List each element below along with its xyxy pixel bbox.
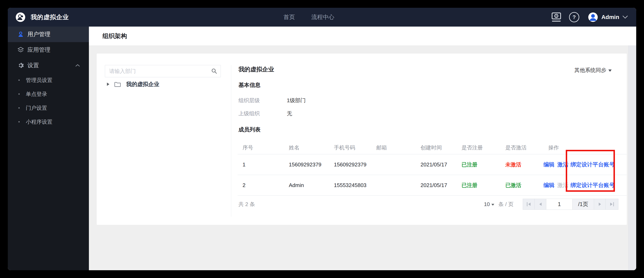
col-header: 手机号码: [329, 144, 371, 151]
table-row: 2 Admin 15553245803 2021/05/17 已注册 已激活 编…: [238, 175, 627, 196]
table-footer: 共 2 条 10 条 / 页 /1页: [238, 199, 618, 210]
tree-node-label: 我的虚拟企业: [126, 81, 159, 88]
basic-info-title: 基本信息: [238, 81, 260, 89]
cell-phone: 15609292379: [329, 161, 371, 168]
page-size-select[interactable]: 10: [484, 201, 494, 207]
field-value-parent-org: 无: [287, 110, 292, 117]
layers-icon: [17, 46, 24, 53]
cell-created: 2021/05/17: [416, 161, 456, 168]
row-actions: 编辑 激活 绑定设计平台账号: [544, 161, 627, 168]
last-page-button[interactable]: [606, 199, 618, 210]
app-title: 我的虚拟企业: [31, 8, 69, 26]
bullet-icon: [18, 121, 20, 123]
org-name-title: 我的虚拟企业: [238, 65, 274, 74]
activate-link[interactable]: 激活: [557, 161, 568, 168]
help-icon[interactable]: ?: [569, 12, 579, 22]
sidebar-item-admin-settings[interactable]: 管理员设置: [8, 73, 89, 87]
edit-link[interactable]: 编辑: [544, 181, 554, 189]
sidebar-subitem-label: 管理员设置: [26, 77, 52, 84]
sidebar-item-miniprogram-settings[interactable]: 小程序设置: [8, 115, 89, 129]
pagination: 10 条 / 页 /1页: [484, 199, 618, 210]
tree-expand-icon[interactable]: [107, 83, 110, 86]
page-size-unit: 条 / 页: [498, 201, 514, 208]
sidebar-subitem-label: 门户设置: [26, 105, 47, 112]
sidebar-item-label: 设置: [28, 62, 39, 69]
bind-design-account-link[interactable]: 绑定设计平台账号: [570, 181, 615, 189]
activate-link-disabled: 激活: [557, 181, 568, 189]
nav-process-center[interactable]: 流程中心: [311, 13, 334, 21]
sidebar-item-label: 用户管理: [28, 30, 50, 38]
members-title: 成员列表: [238, 126, 260, 133]
top-nav: 首页 流程中心: [284, 8, 334, 26]
gear-icon: [17, 62, 24, 69]
header-right-cluster: ? Admin: [551, 8, 628, 26]
field-label-org-level: 组织层级: [238, 97, 260, 104]
prev-page-button[interactable]: [534, 199, 546, 210]
scrollbar[interactable]: [628, 45, 636, 270]
page-number-cell: [546, 199, 572, 210]
registered-status: 已注册: [456, 182, 500, 189]
activated-status: 未激活: [500, 161, 544, 168]
chevron-down-icon[interactable]: [622, 15, 628, 19]
sidebar-item-sso[interactable]: 单点登录: [8, 87, 89, 101]
cell-name: 15609292379: [284, 161, 329, 168]
app-window: 我的虚拟企业 首页 流程中心 ? Adm: [8, 8, 636, 270]
col-header: 是否注册: [456, 144, 500, 151]
table-header-row: 序号 姓名 手机号码 邮箱 创建时间 是否注册 是否激活 操作: [238, 141, 627, 154]
table-row: 1 15609292379 15609292379 2021/05/17 已注册…: [238, 154, 627, 175]
search-icon[interactable]: [211, 68, 217, 74]
user-avatar[interactable]: [588, 12, 598, 22]
tree-node-root[interactable]: 我的虚拟企业: [107, 80, 159, 89]
row-actions: 编辑 激活 绑定设计平台账号: [544, 181, 627, 189]
nav-home[interactable]: 首页: [284, 13, 295, 21]
cell-phone: 15553245803: [329, 182, 371, 188]
last-page-icon: [610, 203, 612, 206]
page-number-input[interactable]: [549, 201, 570, 208]
chevron-up-icon: [76, 64, 80, 67]
cell-name: Admin: [284, 182, 329, 188]
first-page-button[interactable]: [523, 199, 534, 210]
sidebar-subitem-label: 单点登录: [26, 91, 47, 98]
registered-status: 已注册: [456, 161, 500, 168]
field-value-org-level: 1级部门: [287, 97, 306, 104]
sidebar-item-label: 应用管理: [28, 46, 50, 54]
sidebar-item-portal-settings[interactable]: 门户设置: [8, 101, 89, 115]
sidebar-item-user-management[interactable]: 用户管理: [8, 26, 89, 42]
col-header: 序号: [238, 144, 284, 151]
sidebar-item-app-management[interactable]: 应用管理: [8, 42, 89, 58]
other-system-sync-dropdown[interactable]: 其他系统同步: [574, 67, 612, 74]
vertical-divider: [231, 65, 231, 217]
col-header: 是否激活: [500, 144, 544, 151]
field-label-parent-org: 上级组织: [238, 110, 260, 117]
sidebar: 用户管理 应用管理 设置 管理员设置: [8, 26, 89, 270]
activated-status: 已激活: [500, 182, 544, 189]
first-page-icon: [528, 203, 530, 206]
screen-record-icon[interactable]: [551, 11, 562, 23]
top-header: 我的虚拟企业 首页 流程中心 ? Adm: [8, 8, 636, 26]
cell-index: 2: [238, 182, 284, 188]
department-search-input[interactable]: [109, 65, 208, 77]
bullet-icon: [18, 93, 20, 95]
cell-index: 1: [238, 161, 284, 168]
col-header: 操作: [544, 144, 627, 151]
bullet-icon: [18, 107, 20, 109]
bind-design-account-link[interactable]: 绑定设计平台账号: [570, 161, 615, 168]
triangle-down-icon: [608, 69, 612, 72]
members-table: 序号 姓名 手机号码 邮箱 创建时间 是否注册 是否激活 操作 1 156092…: [238, 141, 627, 196]
next-page-button[interactable]: [594, 199, 606, 210]
sidebar-subitem-label: 小程序设置: [26, 118, 52, 126]
col-header: 姓名: [284, 144, 329, 151]
next-page-icon: [599, 203, 601, 206]
user-icon: [17, 31, 24, 38]
edit-link[interactable]: 编辑: [544, 161, 554, 168]
page-title: 组织架构: [102, 26, 127, 45]
org-structure-card: 我的虚拟企业 我的虚拟企业 其他系统同步 基本信息 组织层级 1级部门 上级组织…: [97, 54, 627, 225]
pager-controls: /1页: [523, 199, 618, 210]
user-name[interactable]: Admin: [602, 14, 619, 20]
folder-icon: [114, 81, 121, 87]
company-logo-icon: [16, 12, 25, 22]
sidebar-item-settings[interactable]: 设置: [8, 58, 89, 73]
total-pages-label: /1页: [572, 199, 594, 210]
page-title-bar: 组织架构: [89, 26, 636, 45]
total-count: 共 2 条: [238, 201, 255, 208]
